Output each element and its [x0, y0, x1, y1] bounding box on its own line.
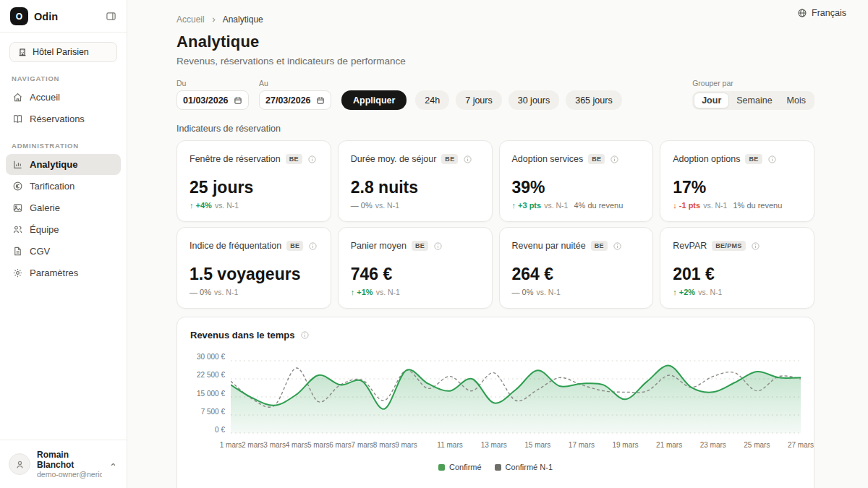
app-name: Odin [34, 11, 58, 22]
info-icon[interactable] [463, 155, 472, 164]
preset-30days-button[interactable]: 30 jours [509, 90, 559, 110]
user-menu[interactable]: Romain Blanchot demo-owner@nerion... [0, 440, 127, 488]
calendar-icon [316, 96, 325, 105]
sidebar-item-label: Paramètres [30, 267, 78, 278]
user-name: Romain Blanchot [37, 450, 102, 470]
legend-label: Confirmé [449, 463, 482, 471]
sidebar-item-label: Réservations [30, 114, 85, 124]
info-icon[interactable] [767, 155, 777, 164]
kpi-source-badge: BE/PMS [712, 241, 745, 251]
legend-item[interactable]: Confirmé N-1 [495, 463, 553, 471]
group-month-button[interactable]: Mois [780, 93, 813, 108]
kpi-source-badge: BE [441, 154, 458, 164]
sidebar-item-parametres[interactable]: Paramètres [6, 262, 121, 283]
apply-button[interactable]: Appliquer [341, 90, 407, 110]
x-tick-label: 3 mars [263, 441, 286, 449]
group-day-button[interactable]: Jour [694, 93, 729, 108]
avatar [9, 453, 30, 475]
kpi-delta: ↑ +3 pts [512, 201, 542, 210]
info-icon[interactable] [751, 241, 760, 251]
user-email: demo-owner@nerion... [37, 470, 102, 479]
info-icon[interactable] [308, 241, 318, 251]
kpi-delta-comparison: vs. N-1 [544, 201, 568, 210]
sidebar-item-label: Équipe [30, 224, 59, 235]
sidebar-item-galerie[interactable]: Galerie [6, 197, 121, 218]
kpi-extra: 1% du revenu [733, 201, 782, 210]
kpi-card-3: Adoption servicesBE39%↑ +3 ptsvs. N-14% … [499, 140, 654, 222]
legend-label: Confirmé N-1 [506, 463, 553, 471]
kpi-delta-comparison: vs. N-1 [698, 288, 722, 296]
preset-24h-button[interactable]: 24h [415, 90, 449, 110]
x-tick-label: 27 mars [788, 441, 814, 449]
kpi-delta: — 0% [190, 288, 211, 296]
kpi-value: 1.5 voyageurs [190, 265, 318, 284]
group-by-label: Grouper par [692, 79, 814, 87]
chart-title: Revenus dans le temps [190, 330, 295, 341]
kpi-source-badge: BE [588, 154, 605, 164]
users-icon [12, 224, 23, 235]
info-icon[interactable] [433, 241, 443, 251]
y-tick-label: 30 000 € [190, 353, 225, 361]
date-to-input[interactable]: 27/03/2026 [259, 90, 331, 110]
sidebar-item-equipe[interactable]: Équipe [6, 219, 121, 240]
kpi-value: 2.8 nuits [351, 178, 480, 197]
kpi-card-8: RevPARBE/PMS201 €↑ +2%vs. N-1 [660, 227, 814, 309]
date-from-input[interactable]: 01/03/2026 [176, 90, 249, 110]
info-icon[interactable] [300, 330, 310, 340]
x-tick-label: 15 mars [524, 441, 550, 449]
kpi-extra: 4% du revenu [574, 201, 623, 210]
kpi-section-title: Indicateurs de réservation [176, 124, 814, 134]
x-tick-label: 5 mars [307, 441, 330, 449]
kpi-card-7: Revenu par nuitéeBE264 €— 0%vs. N-1 [499, 227, 654, 309]
kpi-delta: — 0% [351, 201, 373, 210]
kpi-value: 25 jours [190, 178, 318, 197]
language-selector[interactable]: Français [797, 8, 846, 18]
kpi-value: 17% [673, 178, 801, 197]
legend-item[interactable]: Confirmé [438, 463, 482, 471]
x-tick-label: 6 mars [329, 441, 352, 449]
sidebar-item-cgv[interactable]: CGV [6, 241, 121, 262]
y-tick-label: 15 000 € [190, 390, 225, 398]
x-tick-label: 1 mars [220, 441, 242, 449]
kpi-delta-comparison: vs. N-1 [703, 201, 727, 210]
collapse-sidebar-icon[interactable] [106, 11, 116, 22]
x-tick-label: 2 mars [242, 441, 264, 449]
hotel-selector[interactable]: Hôtel Parisien [9, 42, 117, 62]
breadcrumb-home[interactable]: Accueil [176, 14, 205, 25]
book-icon [12, 114, 23, 124]
chart-plot-area[interactable]: 1 mars2 mars3 mars4 mars5 mars6 mars7 ma… [231, 356, 801, 453]
sidebar-item-label: CGV [30, 246, 50, 257]
sidebar-item-accueil[interactable]: Accueil [6, 87, 121, 108]
x-tick-label: 19 mars [612, 441, 638, 449]
odin-logo: O [10, 7, 28, 25]
kpi-source-badge: BE [745, 154, 762, 164]
kpi-delta: ↓ -1 pts [673, 201, 700, 210]
info-icon[interactable] [610, 155, 619, 164]
x-tick-label: 25 mars [744, 441, 770, 449]
sidebar-item-label: Analytique [30, 159, 77, 170]
sidebar-item-label: Galerie [30, 202, 60, 213]
preset-7days-button[interactable]: 7 jours [456, 90, 502, 110]
kpi-delta-comparison: vs. N-1 [214, 288, 238, 296]
group-week-button[interactable]: Semaine [729, 93, 779, 108]
chart-x-axis: 1 mars2 mars3 mars4 mars5 mars6 mars7 ma… [231, 441, 801, 453]
sidebar-item-analytique[interactable]: Analytique [6, 154, 121, 175]
x-tick-label: 23 mars [700, 441, 726, 449]
info-icon[interactable] [613, 241, 622, 251]
kpi-card-4: Adoption optionsBE17%↓ -1 ptsvs. N-11% d… [660, 140, 814, 222]
date-to-value: 27/03/2026 [265, 95, 311, 106]
breadcrumb: Accueil Analytique [176, 14, 814, 25]
page-subtitle: Revenus, réservations et indicateurs de … [176, 56, 814, 67]
calendar-icon [234, 96, 242, 105]
gear-icon [12, 267, 23, 278]
info-icon[interactable] [307, 155, 317, 164]
kpi-title: Indice de fréquentation [190, 241, 281, 251]
sidebar-item-tarification[interactable]: Tarification [6, 176, 121, 197]
logo-initial: O [16, 12, 22, 22]
sidebar-item-reservations[interactable]: Réservations [6, 108, 121, 129]
preset-365days-button[interactable]: 365 jours [566, 90, 621, 110]
main-area: Français Accueil Analytique Analytique R… [127, 0, 868, 488]
group-by-segmented-control: Jour Semaine Mois [692, 91, 814, 110]
page-title: Analytique [176, 33, 814, 51]
y-tick-label: 0 € [190, 426, 225, 434]
